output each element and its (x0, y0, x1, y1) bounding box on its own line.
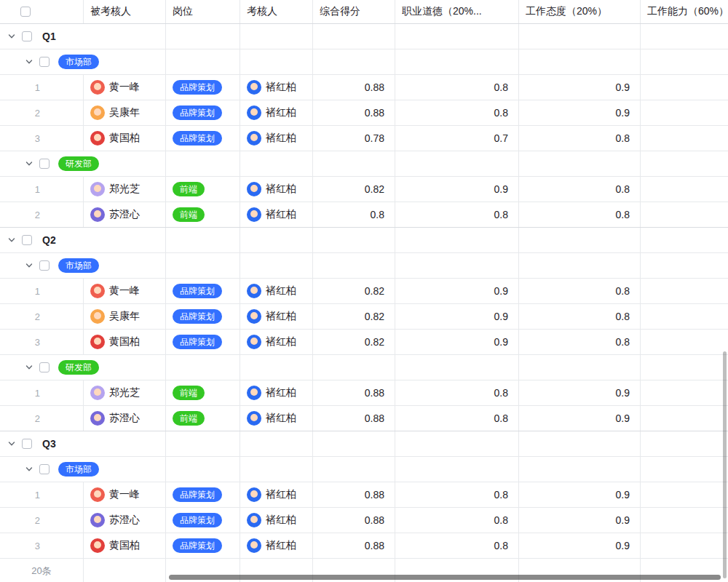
attitude-cell[interactable]: 0.8 (519, 177, 641, 202)
ethics-cell[interactable]: 0.8 (395, 380, 519, 405)
ethics-cell[interactable]: 0.9 (395, 330, 519, 354)
empty-cell[interactable] (641, 253, 728, 278)
horizontal-scrollbar[interactable] (169, 575, 721, 580)
row-index-cell[interactable]: 3 (0, 533, 84, 558)
subgroup-checkbox[interactable] (39, 57, 50, 67)
position-cell[interactable]: 前端 (166, 177, 240, 202)
empty-cell[interactable] (395, 355, 519, 380)
score-cell[interactable]: 0.82 (313, 177, 395, 202)
row-index-cell[interactable]: 1 (0, 177, 84, 202)
select-all-checkbox[interactable] (20, 7, 31, 17)
empty-cell[interactable] (166, 431, 240, 456)
attitude-cell[interactable]: 0.9 (519, 533, 641, 558)
empty-cell[interactable] (641, 355, 728, 380)
column-header-attitude[interactable]: 工作态度（20%） (519, 0, 641, 23)
assessee-cell[interactable]: 黄一峰 (84, 482, 166, 507)
empty-cell[interactable] (240, 49, 313, 74)
empty-cell[interactable] (313, 457, 395, 482)
ability-cell[interactable] (641, 406, 728, 431)
empty-cell[interactable] (395, 431, 519, 456)
row-index-cell[interactable]: 1 (0, 75, 84, 100)
assessee-cell[interactable]: 黄一峰 (84, 279, 166, 303)
empty-cell[interactable] (519, 355, 641, 380)
ethics-cell[interactable]: 0.7 (395, 126, 519, 151)
ethics-cell[interactable]: 0.8 (395, 202, 519, 227)
empty-cell[interactable] (313, 49, 395, 74)
attitude-cell[interactable]: 0.8 (519, 202, 641, 227)
empty-cell[interactable] (395, 151, 519, 176)
assessor-cell[interactable]: 褚红柏 (240, 100, 313, 125)
ability-cell[interactable] (641, 304, 728, 329)
assessor-cell[interactable]: 褚红柏 (240, 75, 313, 100)
empty-cell[interactable] (313, 228, 395, 252)
assessee-cell[interactable]: 苏澄心 (84, 406, 166, 431)
empty-cell[interactable] (641, 228, 728, 252)
subgroup-row-市场部[interactable]: 市场部 (0, 253, 728, 279)
row-index-cell[interactable]: 1 (0, 279, 84, 303)
column-header-score[interactable]: 综合得分 (313, 0, 395, 23)
chevron-down-icon[interactable] (7, 439, 16, 448)
row-index-cell[interactable]: 2 (0, 100, 84, 125)
assessee-cell[interactable]: 黄国柏 (84, 126, 166, 151)
empty-cell[interactable] (395, 49, 519, 74)
ability-cell[interactable] (641, 177, 728, 202)
row-index-cell[interactable]: 1 (0, 380, 84, 405)
attitude-cell[interactable]: 0.9 (519, 508, 641, 533)
position-cell[interactable]: 前端 (166, 406, 240, 431)
chevron-down-icon[interactable] (25, 261, 33, 270)
position-cell[interactable]: 品牌策划 (166, 75, 240, 100)
score-cell[interactable]: 0.88 (313, 75, 395, 100)
chevron-down-icon[interactable] (25, 57, 33, 66)
ability-cell[interactable] (641, 508, 728, 533)
score-cell[interactable]: 0.88 (313, 100, 395, 125)
ability-cell[interactable] (641, 482, 728, 507)
assessor-cell[interactable]: 褚红柏 (240, 533, 313, 558)
attitude-cell[interactable]: 0.9 (519, 75, 641, 100)
score-cell[interactable]: 0.78 (313, 126, 395, 151)
ethics-cell[interactable]: 0.8 (395, 533, 519, 558)
subgroup-checkbox[interactable] (39, 362, 50, 372)
assessor-cell[interactable]: 褚红柏 (240, 380, 313, 405)
chevron-down-icon[interactable] (25, 159, 33, 168)
empty-cell[interactable] (519, 431, 641, 456)
assessee-cell[interactable]: 吴康年 (84, 304, 166, 329)
row-index-cell[interactable]: 1 (0, 482, 84, 507)
ability-cell[interactable] (641, 330, 728, 354)
empty-cell[interactable] (166, 228, 240, 252)
ethics-cell[interactable]: 0.8 (395, 100, 519, 125)
assessor-cell[interactable]: 褚红柏 (240, 508, 313, 533)
position-cell[interactable]: 品牌策划 (166, 508, 240, 533)
position-cell[interactable]: 品牌策划 (166, 330, 240, 354)
empty-cell[interactable] (240, 151, 313, 176)
subgroup-checkbox[interactable] (39, 464, 50, 474)
row-index-cell[interactable]: 2 (0, 406, 84, 431)
attitude-cell[interactable]: 0.9 (519, 380, 641, 405)
score-cell[interactable]: 0.88 (313, 508, 395, 533)
assessor-cell[interactable]: 褚红柏 (240, 406, 313, 431)
ethics-cell[interactable]: 0.8 (395, 508, 519, 533)
empty-cell[interactable] (313, 253, 395, 278)
attitude-cell[interactable]: 0.9 (519, 482, 641, 507)
attitude-cell[interactable]: 0.9 (519, 406, 641, 431)
assessor-cell[interactable]: 褚红柏 (240, 482, 313, 507)
position-cell[interactable]: 前端 (166, 380, 240, 405)
subgroup-checkbox[interactable] (39, 159, 50, 169)
ability-cell[interactable] (641, 202, 728, 227)
attitude-cell[interactable]: 0.8 (519, 330, 641, 354)
ability-cell[interactable] (641, 126, 728, 151)
position-cell[interactable]: 前端 (166, 202, 240, 227)
assessee-cell[interactable]: 苏澄心 (84, 508, 166, 533)
position-cell[interactable]: 品牌策划 (166, 126, 240, 151)
column-header-assessee[interactable]: 被考核人 (84, 0, 166, 23)
ethics-cell[interactable]: 0.8 (395, 482, 519, 507)
empty-cell[interactable] (166, 355, 240, 380)
empty-cell[interactable] (395, 228, 519, 252)
empty-cell[interactable] (641, 151, 728, 176)
empty-cell[interactable] (395, 24, 519, 49)
empty-cell[interactable] (313, 355, 395, 380)
ability-cell[interactable] (641, 380, 728, 405)
subgroup-checkbox[interactable] (39, 260, 50, 271)
assessee-cell[interactable]: 吴康年 (84, 100, 166, 125)
ethics-cell[interactable]: 0.8 (395, 406, 519, 431)
empty-cell[interactable] (395, 253, 519, 278)
